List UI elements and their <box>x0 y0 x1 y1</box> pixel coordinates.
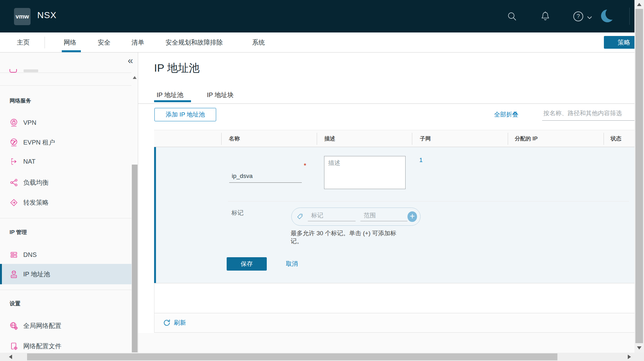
name-input[interactable] <box>229 164 302 183</box>
load-balancer-icon <box>10 178 18 187</box>
sidebar-item-label: 负载均衡 <box>23 178 49 187</box>
tab-ip-blocks[interactable]: IP 地址块 <box>207 89 234 100</box>
sidebar-collapse-icon[interactable]: « <box>128 56 133 65</box>
ip-pool-edit-row: * 1 标记 + 最多允许 30 个标记。单击 (+) 可添加标记。 保存 取消 <box>154 147 634 283</box>
add-ip-pool-button[interactable]: 添加 IP 地址池 <box>154 108 216 121</box>
sidebar-item-evpn-tenant[interactable]: EVPN 租户 <box>0 135 131 150</box>
table-footer: 刷新 <box>154 313 634 333</box>
sidebar-item-dns[interactable]: DNS <box>0 247 131 262</box>
sidebar-item-label: 网络配置文件 <box>23 342 61 350</box>
sidebar-item-global-network-config[interactable]: 全局网络配置 <box>0 318 131 333</box>
tab-ip-pools[interactable]: IP 地址池 <box>157 89 183 100</box>
column-header-subnets[interactable]: 子网 <box>420 130 431 147</box>
sidebar-scrollbar-thumb[interactable] <box>132 165 138 352</box>
column-header-name[interactable]: 名称 <box>229 130 240 147</box>
sidebar-item-label: IP 地址池 <box>23 270 50 279</box>
sidebar-scroll-up-icon[interactable] <box>133 76 137 79</box>
scroll-right-arrow-icon[interactable] <box>628 355 631 359</box>
active-tab-underline <box>154 100 191 102</box>
cancel-button[interactable]: 取消 <box>286 257 298 271</box>
header-divider <box>629 8 630 25</box>
tags-label: 标记 <box>231 209 244 217</box>
sidebar-section-settings: 设置 <box>10 300 20 307</box>
sidebar-item-label: EVPN 租户 <box>23 138 55 147</box>
add-tag-plus-icon[interactable]: + <box>407 211 417 222</box>
content-bottom-spacer <box>138 333 634 353</box>
page-horizontal-scrollbar[interactable] <box>0 353 644 361</box>
active-nav-underline <box>62 50 81 52</box>
sidebar-section-ip-management: IP 管理 <box>10 229 27 236</box>
tag-input[interactable] <box>308 212 356 221</box>
required-asterisk: * <box>304 162 306 169</box>
filter-input[interactable] <box>542 108 634 121</box>
column-divider <box>508 133 508 145</box>
nsx-app-window: vmw NSX ? 主页 网络 安全 清单 安全规划和故障排除 系统 策略 <box>0 0 644 361</box>
help-icon[interactable]: ? <box>573 11 583 21</box>
sidebar-item-load-balancing[interactable]: 负载均衡 <box>0 175 131 190</box>
column-divider <box>221 133 222 145</box>
column-divider <box>412 133 412 145</box>
sidebar-item-network-profiles[interactable]: 网络配置文件 <box>0 339 131 353</box>
save-button[interactable]: 保存 <box>227 257 267 271</box>
sidebar-item-label: 全局网络配置 <box>23 322 61 330</box>
table-empty-area <box>154 283 634 313</box>
sidebar-item-label: DNS <box>23 251 37 258</box>
column-divider <box>604 133 604 145</box>
scroll-down-arrow-icon[interactable] <box>637 346 641 350</box>
sidebar-item-forwarding-policy[interactable]: 转发策略 <box>0 195 131 210</box>
subnets-count-link[interactable]: 1 <box>419 157 423 164</box>
clipped-sidebar-item-icon[interactable] <box>10 69 17 73</box>
sidebar-item-nat[interactable]: NAT <box>0 154 131 169</box>
tag-icon <box>296 213 303 221</box>
sidebar-item-label: 转发策略 <box>23 198 49 207</box>
tags-hint-text: 最多允许 30 个标记。单击 (+) 可添加标记。 <box>291 229 403 245</box>
tag-entry-field: + <box>291 208 421 226</box>
column-header-status[interactable]: 状态 <box>611 130 621 147</box>
evpn-tenant-icon <box>10 138 18 147</box>
top-header-bar: vmw NSX ? <box>0 0 644 32</box>
description-textarea[interactable] <box>324 156 406 189</box>
dns-servers-icon <box>10 251 18 259</box>
scroll-left-arrow-icon[interactable] <box>9 355 12 359</box>
theme-moon-icon[interactable] <box>601 10 614 22</box>
table-header: 名称 描述 子网 分配的 IP 状态 <box>154 130 634 147</box>
main-content: IP 地址池 IP 地址池 IP 地址块 添加 IP 地址池 全部折叠 名称 描… <box>138 53 634 353</box>
refresh-button[interactable]: 刷新 <box>174 319 186 327</box>
scroll-up-arrow-icon[interactable] <box>637 3 641 6</box>
nav-item-plan-troubleshoot[interactable]: 安全规划和故障排除 <box>166 32 223 52</box>
page-vertical-scrollbar[interactable] <box>634 0 644 353</box>
form-section-divider <box>228 201 629 202</box>
sidebar-divider <box>0 218 131 218</box>
sidebar-section-network-services: 网络服务 <box>10 97 31 104</box>
column-header-description[interactable]: 描述 <box>324 130 335 147</box>
sidebar-divider <box>0 73 131 73</box>
vmware-logo: vmw <box>14 8 31 25</box>
edit-row-accent-bar <box>154 147 156 283</box>
notifications-bell-icon[interactable] <box>540 11 551 22</box>
sidebar-item-label: VPN <box>23 119 36 126</box>
sidebar-item-ip-pools[interactable]: IP 地址池 <box>0 264 131 284</box>
column-header-allocated-ip[interactable]: 分配的 IP <box>515 130 538 147</box>
product-name: NSX <box>37 10 57 20</box>
help-glyph: ? <box>577 13 580 20</box>
nat-arrow-icon <box>10 157 18 166</box>
help-chevron-down-icon[interactable] <box>587 16 592 19</box>
collapse-all-link[interactable]: 全部折叠 <box>494 109 518 120</box>
horizontal-scroll-thumb[interactable] <box>27 353 557 360</box>
vertical-scroll-thumb[interactable] <box>635 9 643 343</box>
nav-separator <box>45 37 45 48</box>
nav-item-networking[interactable]: 网络 <box>64 32 76 52</box>
sidebar-item-label: NAT <box>23 158 36 165</box>
nav-item-home[interactable]: 主页 <box>17 32 30 52</box>
sidebar-divider <box>0 290 131 290</box>
search-icon[interactable] <box>507 11 518 22</box>
nav-item-system[interactable]: 系统 <box>252 32 265 52</box>
refresh-icon[interactable] <box>163 319 171 327</box>
scope-input[interactable] <box>360 212 407 221</box>
sidebar: « 网络服务 VPN EVPN 租户 <box>0 53 138 353</box>
nav-item-security[interactable]: 安全 <box>98 32 110 52</box>
sidebar-item-vpn[interactable]: VPN <box>0 115 131 130</box>
forwarding-policy-icon <box>10 198 18 207</box>
column-divider <box>317 133 317 145</box>
nav-item-inventory[interactable]: 清单 <box>131 32 144 52</box>
